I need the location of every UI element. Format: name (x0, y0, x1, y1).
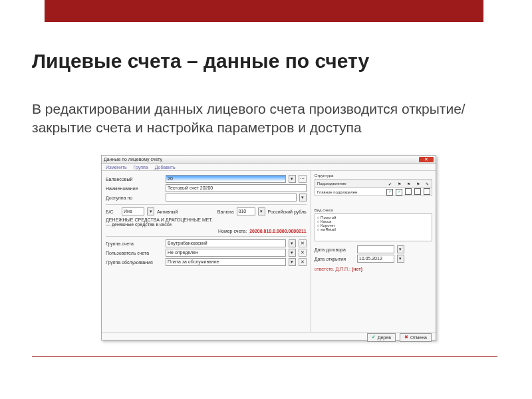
section-text: ДЕНЕЖНЫЕ СРЕДСТВА И ДРАГОЦЕННЫЕ МЕТ. (106, 217, 307, 222)
close-button[interactable]: ✕ (419, 157, 434, 162)
label-group: Группа счета (106, 241, 163, 246)
label-open-date: Дата открытия (315, 257, 354, 261)
dialog-right-panel: Структура Подразделение ✔ ⚑ ⚑ ⚑ ✎ Главно… (311, 171, 436, 332)
field-currency-code[interactable]: 810 (237, 207, 255, 215)
tree-header: Подразделение ✔ ⚑ ⚑ ⚑ ✎ (315, 179, 432, 188)
checkbox[interactable]: ✓ (386, 189, 393, 196)
flag-icon: ⚑ (404, 182, 413, 186)
field-contract-date[interactable] (357, 245, 394, 253)
chevron-down-icon[interactable]: ▾ (299, 194, 307, 201)
slide-title: Лицевые счета – данные по счету (32, 50, 369, 72)
checkbox[interactable] (424, 188, 430, 195)
dialog-titlebar: Данные по лицевому счету ✕ (102, 156, 436, 164)
checkbox[interactable] (405, 188, 412, 195)
opt-swretail[interactable]: swRetail (321, 227, 336, 231)
menu-add[interactable]: Добавить (155, 165, 176, 170)
field-user[interactable]: Не определен (166, 249, 286, 257)
subsection-text: — денежные средства в кассе (106, 222, 307, 227)
label-balance: Балансовый (106, 177, 163, 182)
currency-name: Российский рубль (268, 209, 307, 214)
ok-button[interactable]: ✔ Дерев (367, 333, 396, 342)
dialog-title: Данные по лицевому счету (104, 157, 162, 162)
cancel-icon: ✖ (404, 334, 408, 340)
field-open-date[interactable]: 10.05.2012 (357, 255, 394, 263)
dialog-footer: ✔ Дерев ✖ Отмена (102, 332, 436, 342)
field-name[interactable]: Тестовый счет 20200 (166, 184, 307, 192)
lookup-icon[interactable]: ⋯ (299, 175, 307, 183)
label-access: Доступна по (106, 196, 163, 200)
label-active: Активный (157, 209, 178, 214)
check-icon: ✔ (372, 334, 376, 340)
dialog-left-panel: Балансовый 20 ▾ ⋯ Наименование Тестовый … (102, 171, 311, 332)
tree-row-name: Главное подразделен. (315, 190, 385, 194)
chevron-down-icon[interactable]: ▾ (147, 207, 154, 215)
field-access[interactable] (166, 194, 297, 201)
calendar-icon[interactable]: ▾ (397, 255, 404, 263)
calendar-icon[interactable]: ▾ (397, 245, 404, 253)
cancel-button[interactable]: ✖ Отмена (400, 333, 432, 342)
field-service-group[interactable]: Плата за обслуживание (166, 258, 286, 266)
tree-col-name: Подразделение (315, 182, 385, 186)
owner-line: ответств. Д.П.П.: (нет) (315, 267, 432, 271)
checkbox[interactable] (414, 188, 421, 195)
label-service-group: Группа обслуживания (106, 260, 163, 265)
dialog-screenshot: Данные по лицевому счету ✕ Изменить Груп… (101, 155, 436, 340)
checkbox[interactable]: ✓ (396, 189, 402, 196)
label-acct-number: Номер счета: (218, 229, 247, 233)
label-name: Наименование (106, 186, 163, 191)
check-icon: ✔ (385, 182, 394, 186)
chevron-down-icon[interactable]: ▾ (289, 249, 296, 257)
label-side-title: Вид счета (315, 208, 432, 212)
clear-icon[interactable]: ✕ (299, 249, 307, 257)
label-bs: Б/С (106, 209, 119, 214)
chevron-down-icon[interactable]: ▾ (258, 207, 265, 215)
chevron-down-icon[interactable]: ▾ (289, 175, 296, 183)
field-group[interactable]: Внутрибанковский (166, 239, 286, 247)
flag-icon: ⚑ (413, 182, 422, 186)
account-number: 20208.810.0.0000.0000211 (249, 229, 307, 233)
menu-edit[interactable]: Изменить (106, 165, 127, 170)
clear-icon[interactable]: ✕ (299, 258, 307, 266)
field-bs[interactable]: Инв (122, 207, 144, 215)
chevron-down-icon[interactable]: ▾ (289, 258, 296, 266)
slide-footer-rule (32, 356, 497, 357)
chevron-down-icon[interactable]: ▾ (289, 239, 296, 247)
accent-bar (45, 0, 483, 22)
tree-row[interactable]: Главное подразделен. ✓ ✓ (315, 188, 432, 196)
pencil-icon: ✎ (422, 182, 432, 186)
slide-description: В редактировании данных лицевого счета п… (32, 100, 491, 138)
clear-icon[interactable]: ✕ (299, 239, 307, 247)
tree-header-label: Структура (315, 174, 432, 178)
menu-group[interactable]: Группа (134, 165, 148, 170)
field-balance[interactable]: 20 (166, 175, 286, 183)
label-user: Пользователь счета (106, 251, 163, 255)
label-currency: Валюта (217, 209, 234, 214)
label-contract-date: Дата договора (315, 247, 354, 252)
flag-icon: ⚑ (394, 182, 404, 186)
dialog-toolbar: Изменить Группа Добавить (102, 164, 436, 171)
account-type-options: ○ Простой ○ Касса ○ Корсчет ○ swRetail (315, 213, 432, 241)
